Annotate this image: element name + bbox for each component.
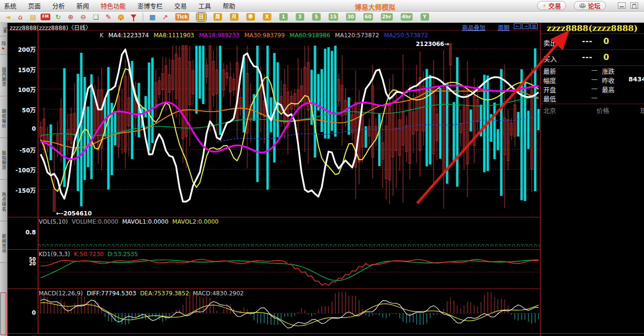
buy-row[interactable]: 买入 --- 0 [540, 50, 644, 66]
ma-value-5: MA120:573872 [335, 32, 379, 39]
quote-value: — [574, 85, 598, 92]
quote-label: 开盘 [543, 85, 556, 94]
toolbar: ◄⌂▤FM↻⊕⊖❏✎▦↗Tick日周月季X1351530602hr4hrY [0, 12, 644, 23]
main-y-tick: 0 [8, 125, 36, 132]
quote-value: — [574, 94, 598, 101]
volume-pane[interactable]: VOL(5,10)VOLUME:0.0000MAVOL1:0.0000MAVOL… [8, 217, 539, 249]
menu-analysis[interactable]: 分析 [52, 1, 65, 10]
period-month-button[interactable]: 月 [230, 13, 239, 21]
quote-panel: zzzz8888(zzzz8888) 卖出 --- 0 买入 --- 0 最新—… [540, 23, 644, 336]
sidebar-item-domestic-futures[interactable]: 国内期货 [0, 55, 7, 96]
sidebar-avg-label: 均 [1, 40, 6, 46]
sidebar-bottom-box [0, 292, 6, 335]
back-icon[interactable]: ◄ [1, 12, 14, 22]
period-season-button[interactable]: 季 [246, 13, 255, 21]
macd-pane[interactable]: MACD(12,26,9)DIFF:77794.5303DEA:75379.38… [8, 289, 539, 333]
ma-value-1: MA8:1111903 [154, 32, 195, 39]
ma-values: MA4:1223374MA8:1111903MA18:989233MA30:98… [108, 32, 428, 39]
depth-column-0: 北京 [543, 106, 556, 115]
quote-label: 幅度 [543, 76, 556, 85]
home-icon[interactable]: ⌂ [14, 12, 27, 22]
sidebar-item-index-futures[interactable]: 股指期货 [0, 138, 7, 180]
quote-board-icon[interactable]: ▦ [146, 12, 159, 22]
chart-links: 商品叠加 周期 [462, 23, 509, 31]
period-4hr-button[interactable]: 4hr [401, 13, 413, 21]
ma-legend: K MA4:1223374MA8:1111903MA18:989233MA30:… [8, 31, 539, 39]
svg-text:2123066→: 2123066→ [416, 41, 449, 47]
period-x-button[interactable]: X [263, 13, 271, 21]
forum-button[interactable]: ••• 论坛 [574, 1, 606, 10]
menu-features[interactable]: 特色功能 [101, 1, 126, 10]
menu-help[interactable]: 帮助 [223, 1, 235, 10]
trade-button-label: 交易 [548, 1, 561, 10]
refresh-icon[interactable]: ↻ [52, 12, 64, 22]
ma-value-4: MA60:918986 [290, 32, 330, 39]
main-y-tick: -150万 [8, 186, 36, 194]
coins-icon[interactable]: ▤ [27, 12, 39, 22]
menu-trade[interactable]: 交易 [174, 1, 187, 10]
zoom-in-icon[interactable]: ⊕ [64, 12, 77, 22]
kd-y-tick-20: 20 [15, 261, 36, 266]
sidebar-item-options-quotes[interactable]: 期权报价 [0, 96, 7, 138]
zoom-out-icon[interactable]: ⊖ [77, 12, 90, 22]
main-chart-pane[interactable]: 2123066→←-2054610 200万150万100万50万0-50万-1… [8, 39, 539, 217]
period-1-button[interactable]: 1 [279, 13, 288, 21]
buy-price: --- [582, 53, 593, 61]
quote-label: 昨收 [602, 76, 614, 85]
maximize-button[interactable] [630, 2, 638, 9]
volume-y-tick: 0.8 [15, 229, 36, 236]
kd-pane[interactable]: KD1(9,3,3)K:50.7230D:53.2535 50 20 [8, 249, 539, 289]
period-link[interactable]: 周期 [498, 23, 509, 31]
chart-header: zzzz8888(zzzz8888)〈日线〉 商品叠加 周期 ←→▥ [8, 23, 539, 31]
forum-button-label: 论坛 [588, 1, 600, 10]
menu-news[interactable]: 新闻 [76, 1, 89, 10]
depth-header: 北京价格现量 [540, 104, 644, 115]
bell-icon[interactable] [115, 15, 127, 19]
toolbar-separator [143, 13, 143, 21]
prev-contract-icon[interactable]: ← [514, 23, 521, 29]
menu-page[interactable]: 页面 [28, 1, 41, 10]
x-axis-strip: 日线 [8, 333, 539, 336]
funnel-icon[interactable] [127, 16, 140, 18]
chart-nav-icons: ←→▥ [514, 23, 538, 29]
sell-row[interactable]: 卖出 --- 0 [540, 34, 644, 50]
chat-icon: ••• [579, 3, 586, 8]
sidebar-item-news-info[interactable]: 新闻资讯 [0, 221, 7, 263]
quote-value: — [574, 66, 598, 74]
panel-bottom-line [540, 333, 644, 334]
sidebar-header: 7条 [0, 23, 7, 36]
sidebar-item-hot-ranking[interactable]: 热点排名 [0, 180, 7, 221]
commodity-overlay-link[interactable]: 商品叠加 [462, 23, 485, 31]
minimize-button[interactable] [618, 2, 626, 9]
toolbar-items: ◄⌂▤FM↻⊕⊖❏✎▦↗Tick日周月季X1351530602hr4hrY [1, 12, 433, 22]
period-3-button[interactable]: 3 [296, 13, 304, 21]
period-week-button[interactable]: 周 [213, 13, 222, 21]
split-view-icon[interactable]: ▥ [530, 23, 538, 29]
sidebar-avg-tab[interactable]: 均 ▶ [0, 36, 7, 55]
period-15-button[interactable]: 15 [329, 13, 338, 21]
menu-pengbo-column[interactable]: 澎博专栏 [137, 1, 163, 10]
period-2hr-button[interactable]: 2hr [381, 13, 393, 21]
period-5-button[interactable]: 5 [312, 13, 321, 21]
quote-row-0: 最新—涨跌 [540, 66, 644, 75]
trade-button[interactable]: ⚡ 交易 [537, 1, 566, 10]
arrow-right-icon: ▶ [2, 46, 5, 50]
axis-divider-line [38, 31, 38, 333]
period-y-button[interactable]: Y [420, 13, 429, 21]
period-60-button[interactable]: 60 [363, 13, 373, 21]
period-30-button[interactable]: 30 [346, 13, 356, 21]
quote-value: — [574, 76, 598, 83]
layers-icon[interactable]: ❏ [90, 12, 102, 22]
pencil-icon[interactable]: ✎ [102, 12, 115, 22]
period-day-button[interactable]: 日 [197, 13, 206, 21]
menu-system[interactable]: 系统 [4, 1, 16, 10]
svg-text:←-2054610: ←-2054610 [56, 210, 91, 217]
menu-tools[interactable]: 工具 [198, 1, 211, 10]
trend-icon[interactable]: ↗ [159, 12, 171, 22]
fm-calendar-icon[interactable]: FM [41, 14, 50, 20]
ma-value-2: MA18:989233 [199, 32, 240, 39]
left-sidebar: 7条 均 ▶ 国内期货期权报价股指期货热点排名新闻资讯 [0, 23, 7, 336]
tick-button[interactable]: Tick [175, 13, 189, 21]
quote-value: 8434 [629, 76, 644, 83]
next-contract-icon[interactable]: → [522, 23, 529, 29]
